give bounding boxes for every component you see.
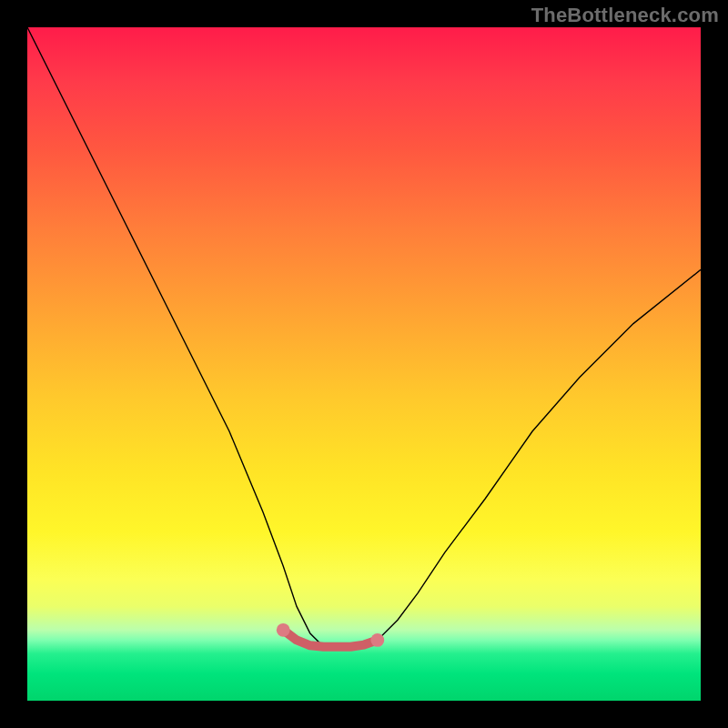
curve-overlay [27, 27, 701, 701]
bottleneck-curve [27, 27, 701, 647]
marker-dot [277, 623, 290, 637]
optimal-zone-marker [283, 630, 378, 647]
plot-area [27, 27, 701, 701]
marker-dot [370, 633, 384, 647]
attribution-watermark: TheBottleneck.com [531, 4, 719, 27]
chart-container: TheBottleneck.com [0, 0, 728, 728]
